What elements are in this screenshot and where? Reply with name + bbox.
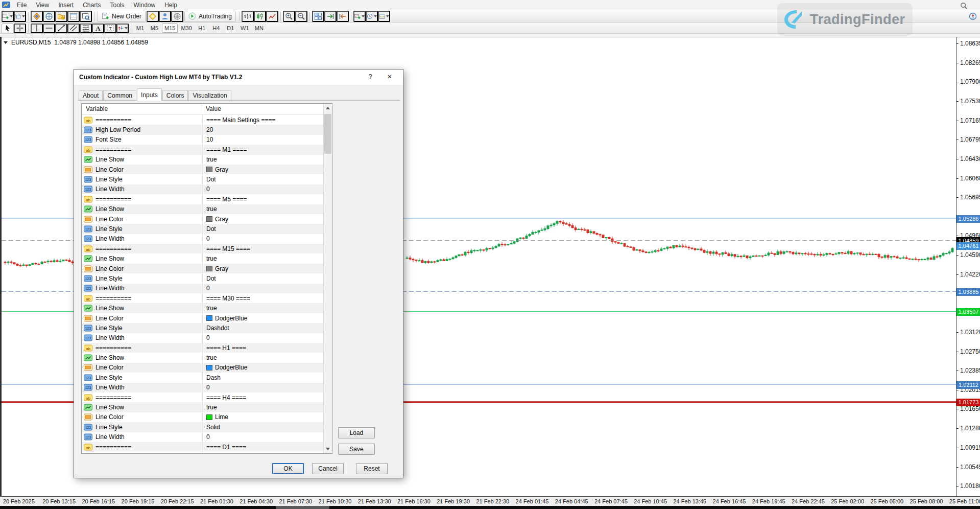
zoom-out-button[interactable]: [295, 11, 307, 22]
table-scrollbar[interactable]: [323, 104, 332, 453]
param-value[interactable]: 0: [202, 284, 323, 293]
tile-windows-button[interactable]: [312, 11, 324, 22]
label-button[interactable]: T: [104, 24, 116, 33]
chart-shift-button[interactable]: [337, 11, 349, 22]
param-value[interactable]: ==== M5 ====: [202, 194, 323, 204]
param-value[interactable]: ==== H4 ====: [202, 392, 323, 402]
param-value[interactable]: 0: [202, 383, 323, 392]
param-value[interactable]: Gray: [202, 165, 323, 174]
param-value[interactable]: DodgerBlue: [202, 313, 323, 323]
param-value[interactable]: DodgerBlue: [202, 363, 323, 373]
timeframe-h1[interactable]: H1: [195, 24, 209, 33]
param-value[interactable]: true: [202, 353, 323, 362]
tab-common[interactable]: Common: [103, 90, 136, 101]
timeframe-mn[interactable]: MN: [252, 24, 266, 33]
search-icon[interactable]: [960, 2, 968, 10]
param-row[interactable]: ab============== M5 ====: [82, 194, 323, 204]
param-row[interactable]: Line ColorGray: [82, 264, 323, 273]
ok-button[interactable]: OK: [272, 463, 304, 474]
param-value[interactable]: 0: [202, 432, 323, 442]
param-row[interactable]: 123Font Size10: [82, 135, 323, 145]
menu-help[interactable]: Help: [160, 1, 182, 9]
crosshair-button[interactable]: [14, 24, 26, 33]
reset-button[interactable]: Reset: [356, 463, 388, 474]
param-value[interactable]: 0: [202, 234, 323, 244]
tab-visualization[interactable]: Visualization: [188, 90, 231, 101]
menu-insert[interactable]: Insert: [54, 1, 78, 9]
tab-inputs[interactable]: Inputs: [137, 88, 162, 101]
candles-chart-button[interactable]: [254, 11, 266, 22]
param-row[interactable]: ab============== H4 ====: [82, 392, 323, 402]
param-row[interactable]: 123Line StyleSolid: [82, 422, 323, 432]
param-row[interactable]: Line Showtrue: [82, 452, 323, 453]
shapes-button[interactable]: [116, 24, 129, 33]
param-row[interactable]: Line Showtrue: [82, 253, 323, 263]
market-watch-button[interactable]: [31, 11, 43, 22]
param-row[interactable]: Line ColorGray: [82, 214, 323, 224]
param-value[interactable]: true: [202, 253, 323, 263]
save-button[interactable]: Save: [338, 444, 375, 455]
param-value[interactable]: ==== H1 ====: [202, 343, 323, 353]
param-row[interactable]: 123Line StyleDot: [82, 224, 323, 234]
menu-window[interactable]: Window: [129, 1, 160, 9]
param-value[interactable]: ==== M30 ====: [202, 293, 323, 303]
param-value[interactable]: ==== M1 ====: [202, 145, 323, 154]
profiles-button[interactable]: [14, 11, 26, 22]
param-row[interactable]: 123Line Width0: [82, 383, 323, 392]
community-icon[interactable]: [969, 12, 977, 20]
param-value[interactable]: Gray: [202, 214, 323, 224]
scrollbar-thumb[interactable]: [324, 114, 331, 154]
param-value[interactable]: ==== M15 ====: [202, 244, 323, 253]
param-value[interactable]: true: [202, 204, 323, 214]
param-row[interactable]: Line ColorGray: [82, 165, 323, 174]
param-value[interactable]: 20: [202, 125, 323, 134]
param-value[interactable]: Dot: [202, 224, 323, 234]
menu-file[interactable]: File: [12, 1, 31, 9]
data-window-button[interactable]: [43, 11, 55, 22]
horizontal-line-button[interactable]: [43, 24, 55, 33]
tab-colors[interactable]: Colors: [162, 90, 188, 101]
param-row[interactable]: 123Line StyleDot: [82, 273, 323, 283]
param-row[interactable]: Line ColorLime: [82, 412, 323, 422]
param-row[interactable]: Line Showtrue: [82, 204, 323, 214]
close-button[interactable]: ×: [385, 72, 395, 81]
line-chart-button[interactable]: [266, 11, 278, 22]
bars-chart-button[interactable]: [242, 11, 254, 22]
param-value[interactable]: true: [202, 303, 323, 313]
param-value[interactable]: 10: [202, 135, 323, 145]
param-value[interactable]: Solid: [202, 422, 323, 432]
events-button[interactable]: [171, 11, 183, 22]
param-row[interactable]: Line ColorDodgerBlue: [82, 313, 323, 323]
menu-charts[interactable]: Charts: [78, 1, 105, 9]
param-value[interactable]: Dash: [202, 373, 323, 382]
param-row[interactable]: 123Line Width0: [82, 234, 323, 244]
param-row[interactable]: Line Showtrue: [82, 155, 323, 165]
param-row[interactable]: 123Line Width0: [82, 333, 323, 343]
autotrading-button[interactable]: AutoTrading: [184, 11, 236, 22]
timeframe-h4[interactable]: H4: [209, 24, 223, 33]
zoom-in-button[interactable]: [283, 11, 295, 22]
param-row[interactable]: 123Line StyleDashdot: [82, 323, 323, 333]
param-value[interactable]: ==== D1 ====: [202, 442, 323, 452]
navigator-button[interactable]: [55, 11, 67, 22]
param-row[interactable]: Line Showtrue: [82, 402, 323, 412]
param-row[interactable]: Line Showtrue: [82, 353, 323, 362]
experts-button[interactable]: [159, 11, 171, 22]
help-button[interactable]: ?: [365, 73, 375, 82]
new-order-button[interactable]: New Order: [98, 11, 146, 22]
periods-button[interactable]: [366, 11, 378, 22]
param-row[interactable]: Line Showtrue: [82, 303, 323, 313]
param-row[interactable]: ab============== M1 ====: [82, 145, 323, 154]
timeframe-w1[interactable]: W1: [238, 24, 252, 33]
templates-button[interactable]: [378, 11, 390, 22]
vertical-line-button[interactable]: [31, 24, 43, 33]
param-value[interactable]: ==== Main Settings ====: [202, 115, 323, 125]
param-row[interactable]: 123Line StyleDash: [82, 373, 323, 382]
menu-tools[interactable]: Tools: [106, 1, 129, 9]
new-chart-button[interactable]: [2, 11, 14, 22]
tab-about[interactable]: About: [79, 90, 103, 101]
param-row[interactable]: ab============== H1 ====: [82, 343, 323, 353]
fibonacci-button[interactable]: [80, 24, 92, 33]
scroll-down-button[interactable]: [324, 445, 332, 453]
cancel-button[interactable]: Cancel: [312, 463, 344, 474]
